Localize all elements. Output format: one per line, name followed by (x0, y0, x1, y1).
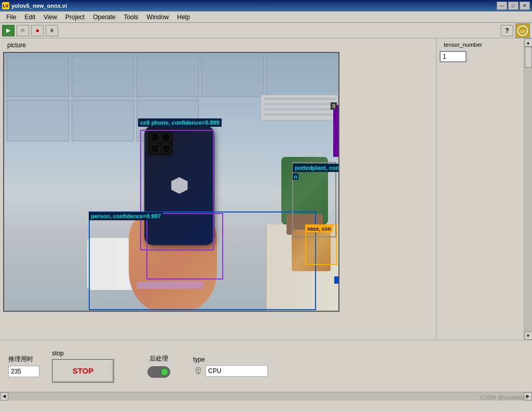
scroll-thumb[interactable] (525, 47, 532, 68)
ceiling-tile-1 (7, 56, 69, 97)
type-section: type CPU (193, 356, 268, 377)
detection-cellphone-label: cell phone, confidence=0.899 (138, 118, 222, 127)
type-icon (193, 366, 203, 376)
main-content: picture (0, 38, 532, 340)
svg-point-7 (198, 368, 199, 369)
watermark-text: CSDN @virobotics (480, 394, 528, 401)
postprocess-section: 后处理 (147, 354, 170, 378)
scroll-track (524, 47, 533, 331)
stop-label: stop (52, 350, 114, 357)
canvas-panel: picture (0, 38, 436, 340)
scroll-left-button[interactable]: ◀ (0, 392, 8, 401)
ceiling-tile-2 (72, 56, 134, 97)
close-button[interactable]: ✕ (520, 2, 530, 10)
stop-button[interactable]: STOP (52, 359, 114, 383)
inference-label: 推理用时 (8, 355, 39, 364)
maximize-button[interactable]: □ (508, 2, 519, 10)
status-bar: CSDN @virobotics (0, 400, 532, 410)
labview-icon: LV (515, 23, 530, 38)
svg-point-4 (197, 369, 199, 371)
ac-vent (261, 95, 338, 121)
type-input[interactable]: CPU (206, 365, 268, 377)
toolbar: ▶ ⟳ ■ ⏸ ? LV (0, 23, 532, 38)
menu-operate[interactable]: Operate (89, 12, 119, 22)
robot-icon (194, 366, 203, 376)
app-icon: LV (2, 2, 9, 9)
detection-person-box (89, 211, 316, 310)
detection-vase-label: vase, con (306, 225, 333, 232)
window-controls: — □ ✕ (497, 2, 530, 10)
run-button[interactable]: ▶ (2, 25, 15, 36)
ceiling-tile-5 (266, 56, 339, 97)
detection-plant-label: pottedplant, confi (293, 164, 339, 172)
postprocess-toggle[interactable] (147, 366, 170, 378)
menu-view[interactable]: View (39, 12, 61, 22)
menu-window[interactable]: Window (143, 12, 173, 22)
title-text: LV yolov5_new_onnx.vi (2, 2, 67, 9)
postprocess-label: 后处理 (149, 354, 168, 363)
ceiling-tile-4 (201, 56, 264, 97)
title-bar: LV yolov5_new_onnx.vi — □ ✕ (0, 0, 532, 11)
picture-label: picture (7, 42, 433, 49)
minimize-button[interactable]: — (497, 2, 507, 10)
svg-text:LV: LV (521, 29, 525, 33)
menu-bar: File Edit View Project Operate Tools Win… (0, 11, 532, 23)
menu-edit[interactable]: Edit (20, 12, 39, 22)
bottom-controls: 推理用时 235 stop STOP 后处理 type (0, 340, 532, 392)
inference-value-display: 235 (8, 366, 39, 377)
scroll-up-button[interactable]: ▲ (524, 38, 533, 47)
menu-file[interactable]: File (2, 12, 20, 22)
inference-section: 推理用时 235 (8, 355, 39, 377)
detection-person-label: person, confidence=0.997 (89, 212, 163, 220)
image-display: cell phone, confidence=0.899 person, con… (3, 52, 339, 312)
type-input-row: CPU (193, 365, 268, 377)
type-label: type (193, 356, 268, 363)
tensor-number-label: tensor_number (444, 42, 529, 48)
ceiling-tile-7 (72, 100, 134, 141)
detection-plant-label2: n (293, 174, 298, 180)
partial-purple-rect (333, 105, 338, 157)
menu-help[interactable]: Help (173, 12, 194, 22)
stop-section: stop STOP (52, 350, 114, 383)
vertical-scrollbar[interactable]: ▲ ▼ (524, 38, 532, 340)
ceiling-tile-3 (137, 56, 199, 97)
right-sidebar: tensor_number 1 (436, 38, 532, 340)
scroll-down-button[interactable]: ▼ (524, 331, 533, 340)
horizontal-scrollbar: ◀ ▶ (0, 392, 532, 400)
ceiling-tile-6 (7, 100, 69, 141)
help-button[interactable]: ? (501, 25, 513, 36)
image-number-8: 8 (331, 102, 337, 110)
abort-button[interactable]: ■ (31, 25, 44, 36)
tensor-number-input[interactable]: 1 (440, 51, 467, 62)
pause-button[interactable]: ⏸ (46, 25, 58, 36)
hscroll-track (8, 392, 524, 401)
window-title: yolov5_new_onnx.vi (11, 3, 67, 9)
run-once-button[interactable]: ⟳ (17, 25, 29, 36)
partial-blue-rect (334, 276, 338, 284)
menu-tools[interactable]: Tools (120, 12, 143, 22)
menu-project[interactable]: Project (61, 12, 89, 22)
toggle-knob (161, 368, 168, 376)
